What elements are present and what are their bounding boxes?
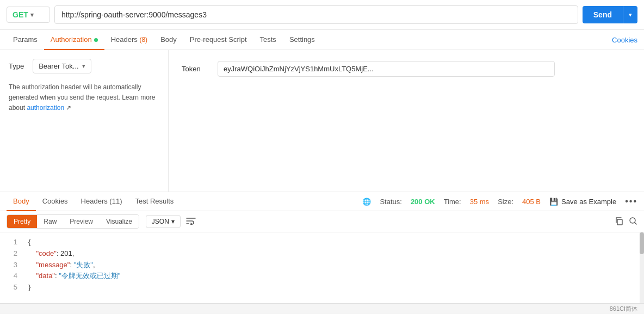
fmt-preview[interactable]: Preview xyxy=(63,215,100,228)
request-tabs: Params Authorization Headers (8) Body Pr… xyxy=(0,30,644,50)
active-dot xyxy=(94,38,98,42)
token-input[interactable] xyxy=(218,61,555,77)
svg-point-1 xyxy=(630,218,635,223)
status-value: 200 OK xyxy=(411,198,435,206)
fmt-visualize[interactable]: Visualize xyxy=(100,215,139,228)
code-line-4: "data": "令牌无效或已过期" xyxy=(28,270,637,282)
code-line-2: "code": 201, xyxy=(28,248,637,260)
fmt-pretty[interactable]: Pretty xyxy=(7,215,37,228)
tab-body[interactable]: Body xyxy=(154,30,183,50)
save-icon: 💾 xyxy=(549,198,558,206)
search-icon[interactable] xyxy=(629,217,637,227)
scrollbar[interactable] xyxy=(640,232,644,303)
response-tabs-row: Body Cookies Headers (11) Test Results 🌐… xyxy=(0,192,644,211)
method-chevron-icon: ▾ xyxy=(30,11,34,19)
time-label: Time: xyxy=(444,198,461,206)
resp-tab-cookies[interactable]: Cookies xyxy=(36,192,75,211)
globe-icon: 🌐 xyxy=(362,198,371,206)
top-bar: GET ▾ Send ▾ xyxy=(0,0,644,30)
auth-left-panel: Type Bearer Tok... ▾ The authorization h… xyxy=(0,50,169,192)
type-row: Type Bearer Tok... ▾ xyxy=(9,59,159,73)
fmt-group: Pretty Raw Preview Visualize xyxy=(7,214,139,229)
auth-right-panel: Token xyxy=(169,50,644,192)
resp-tab-body[interactable]: Body xyxy=(7,192,36,211)
auth-link[interactable]: authorization xyxy=(27,104,64,112)
url-input[interactable] xyxy=(54,5,578,24)
status-bar: 861CI简体 xyxy=(0,303,644,314)
code-line-1: { xyxy=(28,237,637,248)
more-options-icon[interactable]: ••• xyxy=(625,196,637,206)
type-select[interactable]: Bearer Tok... ▾ xyxy=(33,59,91,73)
line-num-4: 4 xyxy=(0,270,22,282)
fmt-raw[interactable]: Raw xyxy=(37,215,63,228)
line-num-5: 5 xyxy=(0,282,22,293)
tab-settings[interactable]: Settings xyxy=(283,30,321,50)
line-num-3: 3 xyxy=(0,260,22,271)
code-line-5: } xyxy=(28,282,637,293)
send-dropdown-button[interactable]: ▾ xyxy=(623,6,637,23)
line-numbers: 1 2 3 4 5 xyxy=(0,232,22,303)
tab-tests[interactable]: Tests xyxy=(253,30,283,50)
type-label: Type xyxy=(9,62,24,70)
resp-tab-headers[interactable]: Headers (11) xyxy=(75,192,129,211)
svg-rect-0 xyxy=(617,219,622,225)
line-num-1: 1 xyxy=(0,237,22,248)
cookies-link[interactable]: Cookies xyxy=(612,36,637,44)
code-line-3: "message": "失败", xyxy=(28,260,637,271)
code-area: 1 2 3 4 5 { "code": 201, "message": "失败"… xyxy=(0,232,644,303)
send-button[interactable]: Send xyxy=(583,6,623,23)
resp-tab-test-results[interactable]: Test Results xyxy=(128,192,180,211)
type-chevron-icon: ▾ xyxy=(82,63,85,70)
save-example-button[interactable]: 💾 Save as Example xyxy=(549,198,616,206)
scrollbar-thumb[interactable] xyxy=(640,232,644,254)
status-label: Status: xyxy=(380,198,401,206)
tab-headers[interactable]: Headers (8) xyxy=(104,30,154,50)
tab-pre-request[interactable]: Pre-request Script xyxy=(183,30,253,50)
token-label: Token xyxy=(182,65,209,73)
status-bar-text: 861CI简体 xyxy=(610,305,637,313)
copy-icon[interactable] xyxy=(615,217,623,227)
token-row: Token xyxy=(182,61,631,77)
auth-content: Type Bearer Tok... ▾ The authorization h… xyxy=(0,50,644,192)
method-label: GET xyxy=(13,10,28,19)
size-label: Size: xyxy=(498,198,513,206)
line-num-2: 2 xyxy=(0,248,22,260)
send-btn-group: Send ▾ xyxy=(583,6,637,23)
wrap-icon[interactable] xyxy=(186,217,196,226)
resp-meta: 🌐 Status: 200 OK Time: 35 ms Size: 405 B… xyxy=(362,196,637,206)
format-bar: Pretty Raw Preview Visualize JSON ▾ xyxy=(0,211,644,232)
time-value: 35 ms xyxy=(470,198,489,206)
auth-info: The authorization header will be automat… xyxy=(9,82,159,114)
json-chevron-icon: ▾ xyxy=(171,218,175,225)
code-content: { "code": 201, "message": "失败", "data": … xyxy=(22,232,644,303)
tab-params[interactable]: Params xyxy=(7,30,44,50)
json-format-select[interactable]: JSON ▾ xyxy=(146,215,181,228)
method-select[interactable]: GET ▾ xyxy=(7,7,50,23)
size-value: 405 B xyxy=(522,198,541,206)
tab-authorization[interactable]: Authorization xyxy=(44,30,104,50)
type-value: Bearer Tok... xyxy=(39,62,78,70)
